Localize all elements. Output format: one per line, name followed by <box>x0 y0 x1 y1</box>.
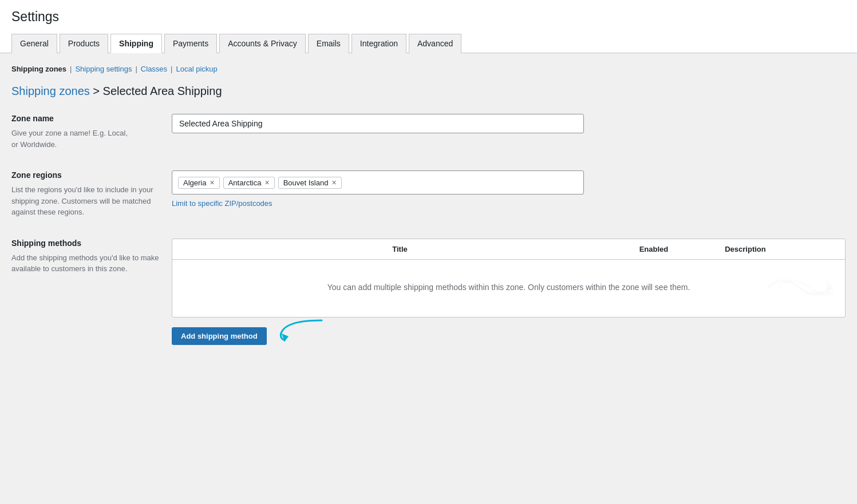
breadcrumb: Shipping zones > Selected Area Shipping <box>11 85 846 98</box>
sub-nav-separator-1: | <box>70 65 72 73</box>
zone-regions-description: List the regions you'd like to include i… <box>11 184 160 218</box>
page-title: Settings <box>11 9 846 25</box>
col-description: Description <box>688 245 803 253</box>
tab-products[interactable]: Products <box>60 34 108 53</box>
shipping-methods-content: Title Enabled Description You can add mu… <box>172 239 846 348</box>
breadcrumb-current: Selected Area Shipping <box>103 85 222 97</box>
tab-accounts-privacy[interactable]: Accounts & Privacy <box>219 34 306 53</box>
tab-general[interactable]: General <box>11 34 57 53</box>
zone-name-section: Zone name Give your zone a name! E.g. Lo… <box>11 114 846 150</box>
sub-nav-local-pickup[interactable]: Local pickup <box>176 65 218 73</box>
zone-regions-label-group: Zone regions List the regions you'd like… <box>11 170 160 218</box>
tag-algeria-label: Algeria <box>183 178 206 187</box>
shipping-methods-description: Add the shipping methods you'd like to m… <box>11 252 160 275</box>
sub-nav-classes[interactable]: Classes <box>141 65 167 73</box>
table-empty-message: You can add multiple shipping methods wi… <box>327 283 690 292</box>
tab-payments[interactable]: Payments <box>164 34 217 53</box>
shipping-methods-table: Title Enabled Description You can add mu… <box>172 239 846 318</box>
arrow-pointer-icon <box>276 318 327 348</box>
add-shipping-method-button[interactable]: Add shipping method <box>172 327 267 345</box>
col-actions <box>803 245 837 253</box>
tab-advanced[interactable]: Advanced <box>409 34 461 53</box>
sub-nav-shipping-zones[interactable]: Shipping zones <box>11 65 66 73</box>
tag-antarctica-remove[interactable]: × <box>264 178 269 186</box>
tab-emails[interactable]: Emails <box>308 34 349 53</box>
zone-regions-content: Algeria × Antarctica × Bouvet Island × L… <box>172 170 846 218</box>
sub-nav-separator-3: | <box>171 65 172 73</box>
zone-name-content <box>172 114 846 150</box>
tab-integration[interactable]: Integration <box>352 34 406 53</box>
limit-postcodes-link[interactable]: Limit to specific ZIP/postcodes <box>172 199 846 208</box>
shipping-methods-heading: Shipping methods <box>11 239 160 248</box>
col-enabled: Enabled <box>619 245 688 253</box>
breadcrumb-parent[interactable]: Shipping zones <box>11 85 90 97</box>
zone-name-label-group: Zone name Give your zone a name! E.g. Lo… <box>11 114 160 150</box>
tag-antarctica: Antarctica × <box>223 177 275 189</box>
sub-nav: Shipping zones | Shipping settings | Cla… <box>11 65 846 73</box>
table-empty-state: You can add multiple shipping methods wi… <box>172 260 845 317</box>
tag-bouvet-island-remove[interactable]: × <box>331 178 336 186</box>
zone-name-heading: Zone name <box>11 114 160 123</box>
zone-regions-heading: Zone regions <box>11 170 160 180</box>
add-method-row: Add shipping method <box>172 318 846 348</box>
tag-bouvet-island: Bouvet Island × <box>278 177 342 189</box>
zone-regions-section: Zone regions List the regions you'd like… <box>11 170 846 218</box>
arrow-decoration <box>765 264 834 312</box>
shipping-methods-section: Shipping methods Add the shipping method… <box>11 239 846 348</box>
tag-algeria: Algeria × <box>178 177 220 189</box>
zone-name-description: Give your zone a name! E.g. Local, or Wo… <box>11 128 160 150</box>
col-title: Title <box>180 245 619 253</box>
tab-shipping[interactable]: Shipping <box>110 34 162 53</box>
tag-algeria-remove[interactable]: × <box>210 178 214 186</box>
zone-regions-tags[interactable]: Algeria × Antarctica × Bouvet Island × <box>172 170 584 195</box>
svg-marker-1 <box>282 334 289 342</box>
sub-nav-separator-2: | <box>135 65 137 73</box>
tag-bouvet-island-label: Bouvet Island <box>283 178 329 187</box>
tag-antarctica-label: Antarctica <box>228 178 262 187</box>
tabs-nav: General Products Shipping Payments Accou… <box>11 34 846 53</box>
sub-nav-shipping-settings[interactable]: Shipping settings <box>75 65 132 73</box>
shipping-methods-label-group: Shipping methods Add the shipping method… <box>11 239 160 348</box>
table-header: Title Enabled Description <box>172 239 845 260</box>
zone-name-input[interactable] <box>172 114 584 133</box>
breadcrumb-separator: > <box>93 85 102 97</box>
